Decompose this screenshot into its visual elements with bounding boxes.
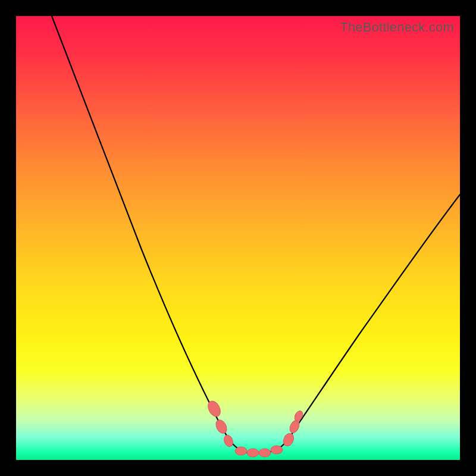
svg-point-6 [271, 446, 283, 454]
svg-point-4 [247, 449, 259, 457]
svg-point-8 [288, 419, 301, 434]
chart-frame: TheBottleneck.com [0, 0, 476, 476]
svg-point-0 [205, 399, 223, 418]
bottleneck-curve [52, 16, 460, 453]
svg-point-1 [214, 418, 228, 436]
svg-point-2 [223, 434, 234, 448]
curve-layer [16, 16, 460, 460]
plot-area: TheBottleneck.com [16, 16, 460, 460]
highlight-markers [205, 399, 304, 457]
svg-point-5 [259, 449, 271, 457]
svg-point-3 [235, 447, 247, 455]
